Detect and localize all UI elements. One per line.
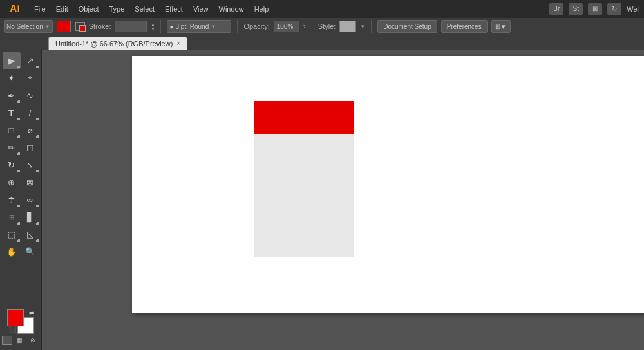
stroke-color-indicator — [79, 25, 86, 32]
rectangle-tool[interactable]: □ — [3, 122, 21, 138]
menu-edit[interactable]: Edit — [52, 4, 73, 14]
magic-wand-tool[interactable]: ✦ — [3, 69, 21, 86]
stroke-width-label: ● — [169, 23, 173, 30]
rotate-tool[interactable]: ↻ — [3, 156, 21, 173]
menu-effect[interactable]: Effect — [160, 4, 187, 14]
bridge-icon[interactable]: Br — [549, 3, 564, 15]
paintbrush-tool[interactable]: ⌀ — [21, 122, 39, 138]
stroke-swatch-small[interactable] — [75, 22, 85, 31]
menu-file[interactable]: File — [30, 4, 50, 14]
line-icon: / — [29, 108, 32, 118]
stroke-up-arrow[interactable]: ▲ — [151, 23, 155, 26]
sub-indicator — [17, 66, 20, 68]
gray-rectangle[interactable] — [254, 118, 354, 257]
toolbar: ▶ ↗ ✦ ⌖ ✒ ∿ — [0, 50, 42, 350]
tab-title: Untitled-1* @ 66.67% (RGB/Preview) — [55, 40, 173, 48]
style-arrow[interactable]: ▼ — [360, 24, 365, 30]
swap-colors-icon[interactable]: ⇄ — [29, 309, 34, 317]
hand-tool[interactable]: ✋ — [3, 243, 21, 260]
tool-row-1: ▶ ↗ — [3, 52, 39, 69]
tab-bar: Untitled-1* @ 66.67% (RGB/Preview) × — [0, 35, 644, 50]
solid-color-btn[interactable] — [2, 336, 12, 345]
menu-help[interactable]: Help — [250, 4, 274, 14]
line-tool[interactable]: / — [21, 104, 39, 121]
title-bar-right: Br St ⊞ ↻ Wel — [549, 3, 639, 15]
pen-tool[interactable]: ✒ — [3, 87, 21, 104]
gradient-btn[interactable]: ▦ — [13, 336, 26, 345]
blend-icon: ∞ — [27, 195, 33, 205]
stroke-spinner[interactable]: ▲ ▼ — [151, 23, 155, 31]
canvas-area[interactable] — [42, 50, 644, 350]
curvature-icon: ∿ — [26, 91, 33, 100]
toolbar-divider — [5, 306, 37, 306]
column-graph-tool[interactable]: ▋ — [21, 208, 39, 225]
lasso-tool[interactable]: ⌖ — [21, 69, 39, 86]
artboard-icon: ⬚ — [8, 230, 15, 239]
style-swatch[interactable] — [339, 21, 356, 32]
tab-close-button[interactable]: × — [176, 40, 180, 47]
zoom-icon: 🔍 — [25, 247, 35, 256]
type-icon: T — [8, 107, 14, 118]
pencil-tool[interactable]: ✏ — [3, 139, 21, 156]
selection-dropdown[interactable]: No Selection ▼ — [4, 20, 53, 33]
type-tool[interactable]: T — [3, 104, 21, 121]
sync-icon[interactable]: ↻ — [607, 3, 621, 15]
preferences-button[interactable]: Preferences — [441, 20, 488, 33]
blend-tool[interactable]: ∞ — [21, 191, 39, 208]
stock-icon[interactable]: St — [569, 3, 583, 15]
eyedropper-icon: ☂ — [8, 195, 15, 205]
arrange-button[interactable]: ⊞▼ — [491, 20, 511, 33]
app-logo: Ai — [5, 3, 24, 15]
doc-setup-button[interactable]: Document Setup — [377, 20, 437, 33]
app-switcher-icon[interactable]: ⊞ — [588, 3, 602, 15]
title-bar: Ai File Edit Object Type Select Effect V… — [0, 0, 644, 17]
red-rectangle[interactable] — [254, 101, 354, 134]
tool-row-11: ⬚ ◺ — [3, 226, 39, 243]
sub-indicator — [36, 118, 39, 120]
stroke-input[interactable] — [115, 21, 147, 32]
sub-indicator — [17, 100, 20, 103]
divider-2 — [237, 20, 238, 33]
artboard-tool[interactable]: ⬚ — [3, 226, 21, 243]
direct-selection-tool[interactable]: ↗ — [21, 52, 39, 69]
stroke-label: Stroke: — [89, 23, 111, 30]
options-bar: No Selection ▼ Stroke: ▲ ▼ ● 3 pt. Round… — [0, 17, 644, 35]
sub-indicator — [17, 135, 20, 138]
divider-4 — [371, 20, 372, 33]
reset-colors-icon[interactable]: ⬛ — [8, 326, 16, 333]
eyedropper-tool[interactable]: ☂ — [3, 191, 21, 208]
menu-select[interactable]: Select — [130, 4, 159, 14]
curvature-tool[interactable]: ∿ — [21, 87, 39, 104]
document-tab[interactable]: Untitled-1* @ 66.67% (RGB/Preview) × — [48, 37, 187, 50]
hand-icon: ✋ — [6, 247, 17, 257]
slice-icon: ◺ — [27, 230, 33, 239]
artboard — [132, 56, 644, 313]
stroke-width-dropdown[interactable]: ● 3 pt. Round ▼ — [167, 20, 231, 33]
menu-view[interactable]: View — [189, 4, 213, 14]
menu-type[interactable]: Type — [105, 4, 129, 14]
lasso-icon: ⌖ — [28, 73, 32, 83]
selection-tool[interactable]: ▶ — [3, 52, 21, 69]
stroke-down-arrow[interactable]: ▼ — [151, 27, 155, 31]
magic-wand-icon: ✦ — [8, 73, 15, 83]
eraser-tool[interactable]: ◻ — [21, 139, 39, 156]
sub-indicator — [17, 239, 20, 242]
menu-object[interactable]: Object — [74, 4, 104, 14]
symbol-tool[interactable]: ⊞ — [3, 208, 21, 225]
free-transform-tool[interactable]: ⊠ — [21, 174, 39, 190]
opacity-more-icon[interactable]: › — [303, 22, 306, 31]
foreground-color-swatch[interactable] — [7, 309, 24, 326]
fill-swatch[interactable] — [57, 21, 71, 32]
shapebuilder-tool[interactable]: ⊕ — [3, 174, 21, 190]
slice-tool[interactable]: ◺ — [21, 226, 39, 243]
menu-window[interactable]: Window — [214, 4, 249, 14]
scale-tool[interactable]: ⤡ — [21, 156, 39, 173]
opacity-input[interactable]: 100% — [274, 21, 299, 32]
zoom-tool[interactable]: 🔍 — [21, 243, 39, 260]
tool-row-6: ✏ ◻ — [3, 139, 39, 156]
none-btn[interactable]: ⊘ — [26, 336, 39, 345]
color-area: ⬛ ⇄ ▦ ⊘ — [2, 304, 39, 345]
menu-bar: File Edit Object Type Select Effect View… — [30, 4, 273, 14]
divider-3 — [312, 20, 312, 33]
color-pair: ⬛ ⇄ — [7, 309, 34, 334]
